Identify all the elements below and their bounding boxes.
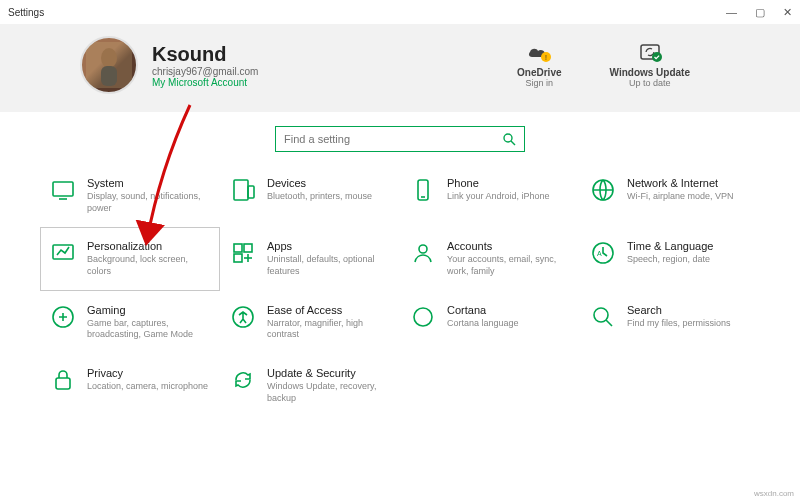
category-desc: Display, sound, notifications, power xyxy=(87,191,211,214)
category-title: Personalization xyxy=(87,240,211,252)
svg-rect-12 xyxy=(248,186,254,198)
category-personalization[interactable]: PersonalizationBackground, lock screen, … xyxy=(40,227,220,290)
account-header: Ksound chrisjay967@gmail.com My Microsof… xyxy=(0,24,800,112)
category-desc: Location, camera, microphone xyxy=(87,381,208,393)
category-desc: Narrator, magnifier, high contrast xyxy=(267,318,391,341)
window-title: Settings xyxy=(8,7,44,18)
category-search[interactable]: SearchFind my files, permissions xyxy=(580,291,760,354)
update-icon xyxy=(229,367,257,404)
onedrive-tile[interactable]: ! OneDrive Sign in xyxy=(517,43,561,88)
category-ease[interactable]: Ease of AccessNarrator, magnifier, high … xyxy=(220,291,400,354)
svg-line-29 xyxy=(606,320,612,326)
update-sub: Up to date xyxy=(610,78,690,88)
svg-text:!: ! xyxy=(545,54,547,61)
category-time[interactable]: ATime & LanguageSpeech, region, date xyxy=(580,227,760,290)
ease-icon xyxy=(229,304,257,341)
microsoft-account-link[interactable]: My Microsoft Account xyxy=(152,77,258,88)
svg-rect-9 xyxy=(53,182,73,196)
devices-icon xyxy=(229,177,257,214)
category-title: Gaming xyxy=(87,304,211,316)
minimize-button[interactable]: — xyxy=(726,6,737,19)
search-row xyxy=(0,112,800,160)
update-label: Windows Update xyxy=(610,67,690,78)
category-title: System xyxy=(87,177,211,189)
gaming-icon xyxy=(49,304,77,341)
category-system[interactable]: SystemDisplay, sound, notifications, pow… xyxy=(40,164,220,227)
category-title: Privacy xyxy=(87,367,208,379)
windows-update-tile[interactable]: Windows Update Up to date xyxy=(610,43,690,88)
avatar[interactable] xyxy=(80,36,138,94)
category-desc: Cortana language xyxy=(447,318,519,330)
search-box[interactable] xyxy=(275,126,525,152)
network-icon xyxy=(589,177,617,214)
category-desc: Background, lock screen, colors xyxy=(87,254,211,277)
svg-rect-17 xyxy=(234,244,242,252)
category-desc: Your accounts, email, sync, work, family xyxy=(447,254,571,277)
sync-icon xyxy=(637,43,663,63)
search-input[interactable] xyxy=(284,133,502,145)
apps-icon xyxy=(229,240,257,277)
category-desc: Speech, region, date xyxy=(627,254,713,266)
maximize-button[interactable]: ▢ xyxy=(755,6,765,19)
category-title: Accounts xyxy=(447,240,571,252)
category-desc: Uninstall, defaults, optional features xyxy=(267,254,391,277)
category-update[interactable]: Update & SecurityWindows Update, recover… xyxy=(220,354,400,417)
settings-grid: SystemDisplay, sound, notifications, pow… xyxy=(0,160,800,422)
time-icon: A xyxy=(589,240,617,277)
onedrive-label: OneDrive xyxy=(517,67,561,78)
category-title: Update & Security xyxy=(267,367,391,379)
category-desc: Find my files, permissions xyxy=(627,318,731,330)
accounts-icon xyxy=(409,240,437,277)
category-privacy[interactable]: PrivacyLocation, camera, microphone xyxy=(40,354,220,417)
personalization-icon xyxy=(49,240,77,277)
category-desc: Wi-Fi, airplane mode, VPN xyxy=(627,191,734,203)
titlebar: Settings — ▢ ✕ xyxy=(0,0,800,24)
category-phone[interactable]: PhoneLink your Android, iPhone xyxy=(400,164,580,227)
account-name: Ksound xyxy=(152,43,258,66)
account-email: chrisjay967@gmail.com xyxy=(152,66,258,77)
close-button[interactable]: ✕ xyxy=(783,6,792,19)
svg-point-7 xyxy=(504,134,512,142)
category-desc: Bluetooth, printers, mouse xyxy=(267,191,372,203)
category-devices[interactable]: DevicesBluetooth, printers, mouse xyxy=(220,164,400,227)
svg-rect-2 xyxy=(86,42,132,88)
search-icon xyxy=(589,304,617,341)
attribution: wsxdn.com xyxy=(754,489,794,498)
cortana-icon xyxy=(409,304,437,341)
category-title: Time & Language xyxy=(627,240,713,252)
svg-text:A: A xyxy=(597,250,602,257)
category-title: Ease of Access xyxy=(267,304,391,316)
category-title: Search xyxy=(627,304,731,316)
svg-rect-11 xyxy=(234,180,248,200)
phone-icon xyxy=(409,177,437,214)
category-desc: Game bar, captures, broadcasting, Game M… xyxy=(87,318,211,341)
svg-rect-19 xyxy=(234,254,242,262)
category-cortana[interactable]: CortanaCortana language xyxy=(400,291,580,354)
category-accounts[interactable]: AccountsYour accounts, email, sync, work… xyxy=(400,227,580,290)
svg-rect-18 xyxy=(244,244,252,252)
category-title: Apps xyxy=(267,240,391,252)
category-title: Phone xyxy=(447,177,550,189)
svg-line-8 xyxy=(511,141,515,145)
category-title: Devices xyxy=(267,177,372,189)
search-icon xyxy=(502,132,516,146)
category-network[interactable]: Network & InternetWi-Fi, airplane mode, … xyxy=(580,164,760,227)
category-desc: Link your Android, iPhone xyxy=(447,191,550,203)
category-title: Cortana xyxy=(447,304,519,316)
svg-point-22 xyxy=(419,245,427,253)
category-title: Network & Internet xyxy=(627,177,734,189)
category-apps[interactable]: AppsUninstall, defaults, optional featur… xyxy=(220,227,400,290)
svg-rect-30 xyxy=(56,378,70,389)
cloud-icon: ! xyxy=(526,43,552,63)
window-controls: — ▢ ✕ xyxy=(726,6,792,19)
account-info: Ksound chrisjay967@gmail.com My Microsof… xyxy=(152,43,258,88)
svg-point-28 xyxy=(594,308,608,322)
svg-point-27 xyxy=(414,308,432,326)
category-desc: Windows Update, recovery, backup xyxy=(267,381,391,404)
onedrive-sub: Sign in xyxy=(517,78,561,88)
system-icon xyxy=(49,177,77,214)
privacy-icon xyxy=(49,367,77,404)
category-gaming[interactable]: GamingGame bar, captures, broadcasting, … xyxy=(40,291,220,354)
